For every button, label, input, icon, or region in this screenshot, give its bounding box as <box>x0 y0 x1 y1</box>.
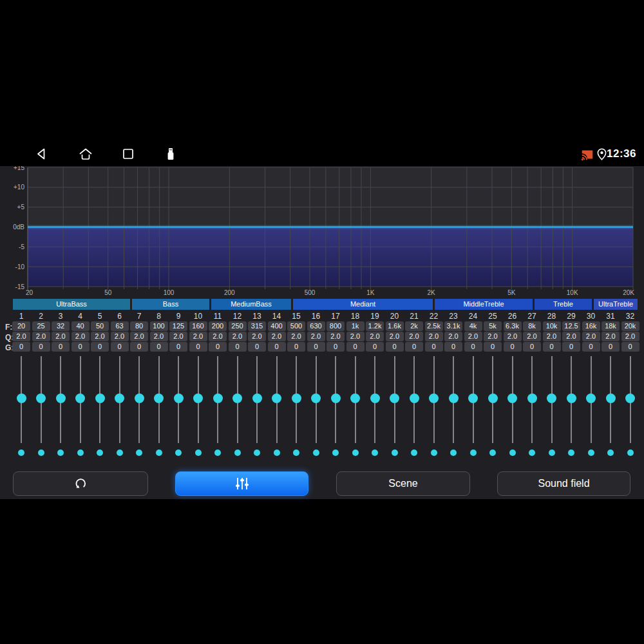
gain-value[interactable]: 0 <box>405 342 423 352</box>
gain-slider-thumb[interactable] <box>95 393 105 403</box>
gain-slider-thumb[interactable] <box>507 393 517 403</box>
q-value[interactable]: 2.0 <box>71 332 90 341</box>
q-value[interactable]: 2.0 <box>386 332 404 341</box>
q-value[interactable]: 2.0 <box>484 332 502 341</box>
freq-value[interactable]: 2.5k <box>425 321 443 331</box>
q-value[interactable]: 2.0 <box>32 332 50 341</box>
gain-slider-thumb[interactable] <box>331 393 341 403</box>
freq-value[interactable]: 20k <box>621 321 639 331</box>
gain-value[interactable]: 0 <box>52 342 70 352</box>
freq-value[interactable]: 5k <box>484 321 502 331</box>
q-value[interactable]: 2.0 <box>287 332 305 341</box>
equalizer-button[interactable] <box>175 471 308 496</box>
gain-slider-thumb[interactable] <box>135 393 144 403</box>
freq-value[interactable]: 1.6k <box>386 321 404 331</box>
q-value[interactable]: 2.0 <box>425 332 443 341</box>
freq-value[interactable]: 4k <box>464 321 482 331</box>
freq-value[interactable]: 8k <box>523 321 541 331</box>
freq-value[interactable]: 3.1k <box>444 321 462 331</box>
gain-value[interactable]: 0 <box>209 342 227 352</box>
reset-button[interactable] <box>13 471 148 496</box>
gain-value[interactable]: 0 <box>71 342 90 352</box>
gain-slider-thumb[interactable] <box>527 393 537 403</box>
gain-slider-thumb[interactable] <box>174 393 184 403</box>
freq-value[interactable]: 40 <box>71 321 90 331</box>
q-value[interactable]: 2.0 <box>268 332 286 341</box>
gain-slider-thumb[interactable] <box>449 393 459 403</box>
q-value[interactable]: 2.0 <box>307 332 325 341</box>
gain-slider-thumb[interactable] <box>272 393 281 403</box>
freq-value[interactable]: 20 <box>12 321 30 331</box>
gain-slider-thumb[interactable] <box>370 393 380 403</box>
q-value[interactable]: 2.0 <box>523 332 541 341</box>
q-value[interactable]: 2.0 <box>169 332 187 341</box>
gain-value[interactable]: 0 <box>169 342 187 352</box>
gain-slider-thumb[interactable] <box>252 393 262 403</box>
q-value[interactable]: 2.0 <box>12 332 30 341</box>
freq-value[interactable]: 32 <box>52 321 70 331</box>
q-value[interactable]: 2.0 <box>229 332 247 341</box>
recents-icon[interactable] <box>120 146 136 162</box>
freq-value[interactable]: 10k <box>543 321 561 331</box>
gain-value[interactable]: 0 <box>229 342 247 352</box>
gain-slider-thumb[interactable] <box>193 393 203 403</box>
gain-slider-thumb[interactable] <box>468 393 478 403</box>
q-value[interactable]: 2.0 <box>601 332 620 341</box>
gain-slider-thumb[interactable] <box>56 393 66 403</box>
gain-slider-thumb[interactable] <box>292 393 301 403</box>
gain-value[interactable]: 0 <box>386 342 404 352</box>
gain-slider-thumb[interactable] <box>232 393 242 403</box>
q-value[interactable]: 2.0 <box>366 332 384 341</box>
q-value[interactable]: 2.0 <box>150 332 168 341</box>
freq-value[interactable]: 2k <box>405 321 423 331</box>
gain-value[interactable]: 0 <box>621 342 639 352</box>
gain-slider-thumb[interactable] <box>350 393 360 403</box>
q-value[interactable]: 2.0 <box>327 332 345 341</box>
gain-value[interactable]: 0 <box>504 342 522 352</box>
q-value[interactable]: 2.0 <box>130 332 148 341</box>
freq-value[interactable]: 125 <box>169 321 187 331</box>
gain-slider-thumb[interactable] <box>75 393 85 403</box>
q-value[interactable]: 2.0 <box>91 332 109 341</box>
gain-value[interactable]: 0 <box>111 342 129 352</box>
gain-value[interactable]: 0 <box>248 342 266 352</box>
gain-slider-thumb[interactable] <box>17 393 26 403</box>
freq-value[interactable]: 100 <box>150 321 168 331</box>
gain-value[interactable]: 0 <box>32 342 50 352</box>
gain-slider-thumb[interactable] <box>625 393 635 403</box>
gain-value[interactable]: 0 <box>523 342 541 352</box>
gain-value[interactable]: 0 <box>130 342 148 352</box>
gain-value[interactable]: 0 <box>543 342 561 352</box>
gain-value[interactable]: 0 <box>601 342 620 352</box>
back-icon[interactable] <box>34 146 50 162</box>
gain-value[interactable]: 0 <box>12 342 30 352</box>
freq-value[interactable]: 400 <box>268 321 286 331</box>
gain-value[interactable]: 0 <box>425 342 443 352</box>
gain-value[interactable]: 0 <box>189 342 207 352</box>
freq-value[interactable]: 315 <box>248 321 266 331</box>
gain-value[interactable]: 0 <box>307 342 325 352</box>
freq-value[interactable]: 18k <box>601 321 620 331</box>
gain-slider-thumb[interactable] <box>547 393 556 403</box>
gain-slider-thumb[interactable] <box>213 393 223 403</box>
freq-value[interactable]: 250 <box>229 321 247 331</box>
gain-value[interactable]: 0 <box>150 342 168 352</box>
gain-slider-thumb[interactable] <box>488 393 498 403</box>
gain-slider-thumb[interactable] <box>410 393 419 403</box>
sound-field-button[interactable]: Sound field <box>497 471 630 496</box>
freq-value[interactable]: 12.5 <box>562 321 580 331</box>
freq-value[interactable]: 6.3k <box>504 321 522 331</box>
home-icon[interactable] <box>78 146 93 162</box>
freq-value[interactable]: 200 <box>209 321 227 331</box>
q-value[interactable]: 2.0 <box>209 332 227 341</box>
gain-slider-thumb[interactable] <box>115 393 124 403</box>
gain-slider-thumb[interactable] <box>567 393 576 403</box>
freq-value[interactable]: 1k <box>346 321 365 331</box>
freq-value[interactable]: 80 <box>130 321 148 331</box>
gain-value[interactable]: 0 <box>346 342 365 352</box>
q-value[interactable]: 2.0 <box>543 332 561 341</box>
freq-value[interactable]: 50 <box>91 321 109 331</box>
freq-value[interactable]: 800 <box>327 321 345 331</box>
gain-slider-thumb[interactable] <box>586 393 596 403</box>
gain-value[interactable]: 0 <box>268 342 286 352</box>
